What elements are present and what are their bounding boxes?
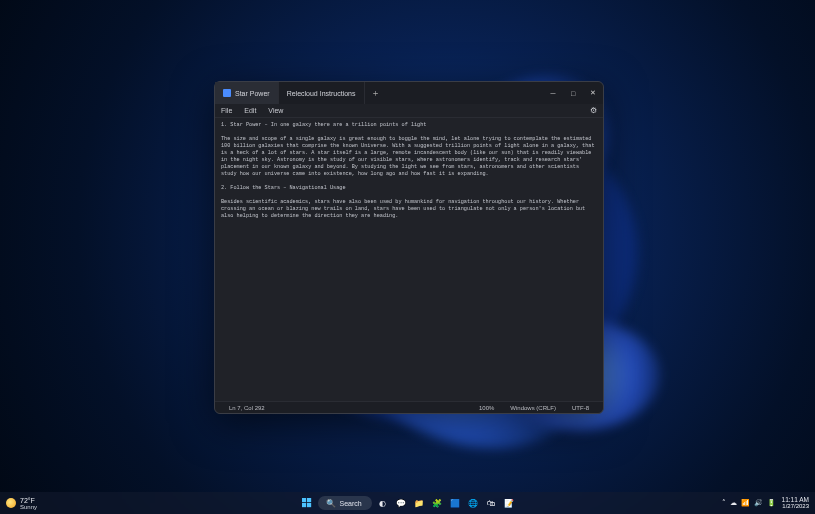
volume-icon[interactable]: 🔊 — [754, 499, 763, 507]
tab-label: Star Power — [235, 90, 270, 97]
chat-icon[interactable]: 💬 — [394, 496, 408, 510]
app-icon-1[interactable]: 🧩 — [430, 496, 444, 510]
line-endings[interactable]: Windows (CRLF) — [502, 405, 564, 411]
tray-chevron-icon[interactable]: ˄ — [722, 499, 726, 507]
start-button[interactable] — [300, 496, 314, 510]
menu-file[interactable]: File — [221, 107, 232, 114]
menubar: File Edit View ⚙ — [215, 104, 603, 118]
maximize-button[interactable]: □ — [563, 82, 583, 104]
notepad-window: Star Power Relecloud Instructions ＋ ─ □ … — [214, 81, 604, 414]
wifi-icon[interactable]: 📶 — [741, 499, 750, 507]
file-icon — [223, 89, 231, 97]
statusbar: Ln 7, Col 292 100% Windows (CRLF) UTF-8 — [215, 401, 603, 413]
search-box[interactable]: 🔍 Search — [318, 496, 372, 510]
close-button[interactable]: ✕ — [583, 82, 603, 104]
weather-condition: Sunny — [20, 504, 37, 510]
app-icon-2[interactable]: 🟦 — [448, 496, 462, 510]
svg-rect-3 — [307, 503, 311, 507]
search-placeholder: Search — [340, 500, 362, 507]
encoding[interactable]: UTF-8 — [564, 405, 597, 411]
svg-rect-0 — [302, 498, 306, 502]
minimize-button[interactable]: ─ — [543, 82, 563, 104]
text-editor[interactable]: 1. Star Power – In one galaxy there are … — [215, 118, 603, 401]
tab-star-power[interactable]: Star Power — [215, 82, 279, 104]
window-controls: ─ □ ✕ — [543, 82, 603, 104]
tab-label: Relecloud Instructions — [287, 90, 356, 97]
explorer-icon[interactable]: 📁 — [412, 496, 426, 510]
weather-widget[interactable]: 72°F Sunny — [6, 497, 37, 510]
clock[interactable]: 11:11 AM 1/27/2023 — [782, 497, 809, 510]
settings-icon[interactable]: ⚙ — [590, 106, 597, 115]
search-icon: 🔍 — [326, 499, 336, 508]
battery-icon[interactable]: 🔋 — [767, 499, 776, 507]
titlebar: Star Power Relecloud Instructions ＋ ─ □ … — [215, 82, 603, 104]
notepad-taskbar-icon[interactable]: 📝 — [502, 496, 516, 510]
onedrive-icon[interactable]: ☁ — [730, 499, 737, 507]
menu-view[interactable]: View — [268, 107, 283, 114]
taskbar-center: 🔍 Search ◐ 💬 📁 🧩 🟦 🌐 🛍 📝 — [300, 496, 516, 510]
store-icon[interactable]: 🛍 — [484, 496, 498, 510]
menu-edit[interactable]: Edit — [244, 107, 256, 114]
new-tab-button[interactable]: ＋ — [365, 82, 387, 104]
clock-date: 1/27/2023 — [782, 503, 809, 509]
sun-icon — [6, 498, 16, 508]
svg-rect-1 — [307, 498, 311, 502]
zoom-level[interactable]: 100% — [471, 405, 502, 411]
cursor-position: Ln 7, Col 292 — [221, 405, 273, 411]
task-view-icon[interactable]: ◐ — [376, 496, 390, 510]
svg-rect-2 — [302, 503, 306, 507]
edge-icon[interactable]: 🌐 — [466, 496, 480, 510]
taskbar: 72°F Sunny 🔍 Search ◐ 💬 📁 🧩 🟦 🌐 🛍 📝 ˄ ☁ … — [0, 492, 815, 514]
weather-temp: 72°F — [20, 497, 37, 504]
tab-relecloud[interactable]: Relecloud Instructions — [279, 82, 365, 104]
system-tray: ˄ ☁ 📶 🔊 🔋 11:11 AM 1/27/2023 — [722, 497, 809, 510]
